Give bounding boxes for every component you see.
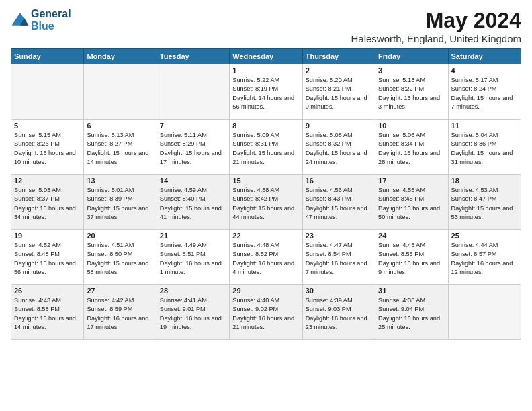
day-number: 15	[232, 177, 299, 185]
day-info: Sunrise: 4:45 AMSunset: 8:55 PMDaylight:…	[378, 241, 445, 277]
calendar-cell: 12Sunrise: 5:03 AMSunset: 8:37 PMDayligh…	[11, 175, 84, 230]
day-number: 30	[306, 287, 372, 295]
logo-icon	[11, 11, 30, 30]
calendar-cell: 13Sunrise: 5:01 AMSunset: 8:39 PMDayligh…	[84, 175, 157, 230]
page-container: General Blue May 2024 Halesworth, Englan…	[0, 0, 532, 345]
day-number: 6	[87, 122, 153, 130]
day-info: Sunrise: 5:18 AMSunset: 8:22 PMDaylight:…	[378, 76, 445, 111]
day-number: 8	[232, 122, 299, 130]
calendar-cell	[11, 64, 84, 120]
calendar-week-row: 12Sunrise: 5:03 AMSunset: 8:37 PMDayligh…	[11, 175, 521, 230]
day-number: 13	[87, 177, 153, 185]
calendar-cell: 25Sunrise: 4:44 AMSunset: 8:57 PMDayligh…	[448, 230, 521, 285]
day-info: Sunrise: 4:41 AMSunset: 9:01 PMDaylight:…	[160, 296, 226, 332]
calendar-week-row: 19Sunrise: 4:52 AMSunset: 8:48 PMDayligh…	[11, 230, 521, 285]
day-number: 26	[14, 287, 81, 295]
calendar-header-row: Sunday Monday Tuesday Wednesday Thursday…	[11, 49, 521, 64]
calendar-week-row: 1Sunrise: 5:22 AMSunset: 8:19 PMDaylight…	[11, 64, 521, 120]
calendar-cell: 7Sunrise: 5:11 AMSunset: 8:29 PMDaylight…	[157, 120, 229, 175]
calendar-cell: 16Sunrise: 4:56 AMSunset: 8:43 PMDayligh…	[302, 175, 375, 230]
calendar-cell	[448, 285, 521, 340]
day-number: 9	[306, 122, 372, 130]
day-number: 3	[378, 66, 445, 75]
page-header: General Blue May 2024 Halesworth, Englan…	[11, 8, 521, 44]
calendar-cell: 9Sunrise: 5:08 AMSunset: 8:32 PMDaylight…	[302, 120, 375, 175]
header-wednesday: Wednesday	[230, 49, 302, 64]
day-number: 2	[306, 66, 372, 75]
day-info: Sunrise: 5:22 AMSunset: 8:19 PMDaylight:…	[232, 76, 299, 111]
logo-text: General Blue	[31, 8, 71, 32]
day-number: 24	[378, 232, 445, 240]
day-number: 17	[378, 177, 445, 185]
calendar-cell: 21Sunrise: 4:49 AMSunset: 8:51 PMDayligh…	[157, 230, 229, 285]
day-info: Sunrise: 5:03 AMSunset: 8:37 PMDaylight:…	[14, 186, 81, 222]
day-info: Sunrise: 4:52 AMSunset: 8:48 PMDaylight:…	[14, 241, 81, 277]
day-info: Sunrise: 5:17 AMSunset: 8:24 PMDaylight:…	[451, 76, 518, 111]
calendar-table: Sunday Monday Tuesday Wednesday Thursday…	[11, 48, 521, 340]
day-number: 7	[160, 122, 226, 130]
month-title: May 2024	[351, 8, 521, 33]
day-number: 29	[232, 287, 299, 295]
day-info: Sunrise: 4:59 AMSunset: 8:40 PMDaylight:…	[160, 186, 226, 222]
day-info: Sunrise: 4:43 AMSunset: 8:58 PMDaylight:…	[14, 296, 81, 332]
day-info: Sunrise: 5:13 AMSunset: 8:27 PMDaylight:…	[87, 131, 153, 167]
day-info: Sunrise: 4:51 AMSunset: 8:50 PMDaylight:…	[87, 241, 153, 277]
calendar-cell: 24Sunrise: 4:45 AMSunset: 8:55 PMDayligh…	[375, 230, 448, 285]
day-number: 16	[306, 177, 372, 185]
calendar-cell: 22Sunrise: 4:48 AMSunset: 8:52 PMDayligh…	[230, 230, 302, 285]
day-number: 21	[160, 232, 226, 240]
day-number: 27	[87, 287, 153, 295]
calendar-cell: 4Sunrise: 5:17 AMSunset: 8:24 PMDaylight…	[448, 64, 521, 120]
header-sunday: Sunday	[11, 49, 84, 64]
day-info: Sunrise: 5:06 AMSunset: 8:34 PMDaylight:…	[378, 131, 445, 167]
calendar-week-row: 26Sunrise: 4:43 AMSunset: 8:58 PMDayligh…	[11, 285, 521, 340]
day-info: Sunrise: 5:01 AMSunset: 8:39 PMDaylight:…	[87, 186, 153, 222]
calendar-cell	[157, 64, 229, 120]
calendar-cell: 2Sunrise: 5:20 AMSunset: 8:21 PMDaylight…	[302, 64, 375, 120]
day-number: 19	[14, 232, 81, 240]
calendar-cell: 5Sunrise: 5:15 AMSunset: 8:26 PMDaylight…	[11, 120, 84, 175]
calendar-cell: 28Sunrise: 4:41 AMSunset: 9:01 PMDayligh…	[157, 285, 229, 340]
day-number: 22	[232, 232, 299, 240]
day-number: 18	[451, 177, 518, 185]
header-tuesday: Tuesday	[157, 49, 229, 64]
calendar-cell: 20Sunrise: 4:51 AMSunset: 8:50 PMDayligh…	[84, 230, 157, 285]
day-info: Sunrise: 4:39 AMSunset: 9:03 PMDaylight:…	[306, 296, 372, 332]
header-thursday: Thursday	[302, 49, 375, 64]
logo: General Blue	[11, 8, 71, 32]
calendar-cell: 31Sunrise: 4:38 AMSunset: 9:04 PMDayligh…	[375, 285, 448, 340]
day-info: Sunrise: 4:38 AMSunset: 9:04 PMDaylight:…	[378, 296, 445, 332]
calendar-cell: 3Sunrise: 5:18 AMSunset: 8:22 PMDaylight…	[375, 64, 448, 120]
calendar-week-row: 5Sunrise: 5:15 AMSunset: 8:26 PMDaylight…	[11, 120, 521, 175]
calendar-cell: 14Sunrise: 4:59 AMSunset: 8:40 PMDayligh…	[157, 175, 229, 230]
day-info: Sunrise: 5:20 AMSunset: 8:21 PMDaylight:…	[306, 76, 372, 111]
day-number: 1	[232, 66, 299, 75]
location: Halesworth, England, United Kingdom	[351, 33, 521, 44]
day-info: Sunrise: 5:15 AMSunset: 8:26 PMDaylight:…	[14, 131, 81, 167]
day-info: Sunrise: 5:11 AMSunset: 8:29 PMDaylight:…	[160, 131, 226, 167]
calendar-cell: 23Sunrise: 4:47 AMSunset: 8:54 PMDayligh…	[302, 230, 375, 285]
day-info: Sunrise: 5:09 AMSunset: 8:31 PMDaylight:…	[232, 131, 299, 167]
day-info: Sunrise: 4:42 AMSunset: 8:59 PMDaylight:…	[87, 296, 153, 332]
calendar-cell: 15Sunrise: 4:58 AMSunset: 8:42 PMDayligh…	[230, 175, 302, 230]
header-friday: Friday	[375, 49, 448, 64]
day-number: 11	[451, 122, 518, 130]
calendar-cell: 26Sunrise: 4:43 AMSunset: 8:58 PMDayligh…	[11, 285, 84, 340]
calendar-cell: 27Sunrise: 4:42 AMSunset: 8:59 PMDayligh…	[84, 285, 157, 340]
header-monday: Monday	[84, 49, 157, 64]
day-info: Sunrise: 4:53 AMSunset: 8:47 PMDaylight:…	[451, 186, 518, 222]
title-block: May 2024 Halesworth, England, United Kin…	[351, 8, 521, 44]
day-info: Sunrise: 4:40 AMSunset: 9:02 PMDaylight:…	[232, 296, 299, 332]
day-info: Sunrise: 5:08 AMSunset: 8:32 PMDaylight:…	[306, 131, 372, 167]
calendar-cell: 19Sunrise: 4:52 AMSunset: 8:48 PMDayligh…	[11, 230, 84, 285]
day-info: Sunrise: 4:48 AMSunset: 8:52 PMDaylight:…	[232, 241, 299, 277]
day-number: 23	[306, 232, 372, 240]
day-info: Sunrise: 4:47 AMSunset: 8:54 PMDaylight:…	[306, 241, 372, 277]
day-info: Sunrise: 4:49 AMSunset: 8:51 PMDaylight:…	[160, 241, 226, 277]
day-number: 12	[14, 177, 81, 185]
calendar-cell: 18Sunrise: 4:53 AMSunset: 8:47 PMDayligh…	[448, 175, 521, 230]
calendar-cell: 1Sunrise: 5:22 AMSunset: 8:19 PMDaylight…	[230, 64, 302, 120]
calendar-cell: 10Sunrise: 5:06 AMSunset: 8:34 PMDayligh…	[375, 120, 448, 175]
day-number: 14	[160, 177, 226, 185]
header-saturday: Saturday	[448, 49, 521, 64]
